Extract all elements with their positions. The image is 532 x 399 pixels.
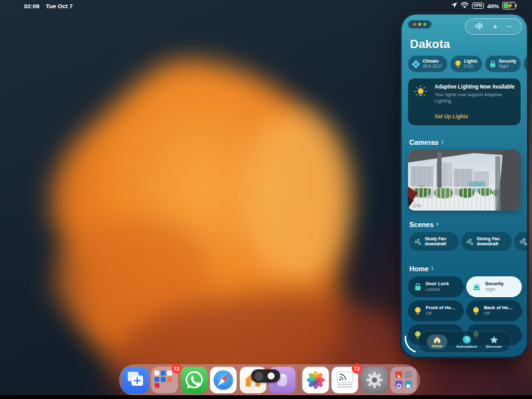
safari-compass-icon (210, 367, 237, 393)
freeform-icon (122, 367, 149, 393)
clock-icon (462, 335, 471, 344)
lock-icon (489, 60, 497, 68)
pill-value: 3 On (464, 64, 478, 68)
scene-name: Dining Fan downdraft (477, 236, 507, 247)
folder-utilities[interactable] (390, 367, 417, 393)
more-options-icon[interactable]: ••• (507, 25, 512, 28)
lightbulb-icon (472, 307, 480, 315)
tile-state: Off (426, 311, 455, 316)
battery-percent: 40% (487, 3, 499, 9)
minimize-window-icon[interactable] (418, 23, 421, 26)
lightbulb-icon (454, 60, 462, 68)
dock-divider (299, 369, 300, 391)
accessory-tile-front-lights[interactable]: Front of Ho… Off (408, 300, 464, 321)
lightbulb-icon (414, 307, 422, 315)
close-window-icon[interactable] (413, 23, 416, 26)
app-safari[interactable] (210, 367, 237, 393)
scenes-label: Scenes (409, 221, 434, 228)
home-label: Home (409, 265, 429, 273)
climate-status-pill[interactable]: Climate 26.5–32.0° (408, 56, 447, 72)
location-icon (451, 2, 457, 9)
scenes-section-header[interactable]: Scenes › (409, 221, 439, 228)
chevron-right-icon: › (431, 266, 434, 272)
ipad-screen: 02:09 Tue Oct 7 VPN 40% ⚡ (0, 0, 532, 399)
wind-icon (519, 238, 527, 245)
adaptive-lighting-banner[interactable]: Adaptive Lighting Now Available Your lig… (408, 78, 521, 125)
tile-name: Door Lock (426, 281, 449, 287)
folder-social-apps[interactable]: 72 (151, 367, 178, 393)
pill-value: 26.5–32.0° (423, 64, 443, 68)
status-left: 02:09 Tue Oct 7 (24, 3, 73, 9)
app-freeform[interactable] (122, 367, 149, 393)
cameras-label: Cameras (409, 138, 438, 146)
home-toolbar: + ••• (465, 18, 522, 35)
window-controls[interactable] (408, 20, 431, 28)
house-icon (433, 336, 441, 343)
climate-fan-icon (412, 60, 420, 68)
set-up-lights-button[interactable]: Set Up Lights (435, 114, 468, 120)
bottom-bezel (0, 395, 532, 399)
tab-discover[interactable]: Discover (486, 336, 502, 348)
scenes-row: Study Fan downdraft Dining Fan downdraft (402, 232, 527, 252)
app-whatsapp[interactable] (181, 367, 207, 393)
tile-name: Back of Ho… (484, 305, 513, 311)
tab-label: Home (432, 344, 443, 348)
pointer-indicator (251, 369, 280, 383)
cameras-section-header[interactable]: Cameras › (409, 138, 443, 146)
home-name-title: Dakota (410, 37, 450, 51)
pointer-dot-dark (254, 372, 263, 381)
banner-title: Adaptive Lighting Now Available (435, 84, 516, 90)
iphone-mirror-window: + ••• Dakota Climate 26.5–32.0° Lights (400, 13, 529, 359)
charging-bolt-icon: ⚡ (507, 3, 514, 9)
tile-state: Locked (426, 287, 449, 292)
notification-badge: 72 (171, 364, 182, 374)
battery-icon: ⚡ (502, 2, 516, 9)
star-icon (490, 336, 498, 344)
photos-flower-icon (302, 367, 329, 393)
siren-icon (472, 283, 481, 291)
lights-status-pill[interactable]: Lights 3 On (450, 56, 482, 72)
tile-state: Night (485, 287, 504, 292)
pointer-dot-white (268, 372, 275, 379)
intercom-waveform-icon[interactable] (475, 21, 483, 32)
scene-study-fan[interactable]: Study Fan downdraft (409, 232, 459, 251)
banner-body: Your lights now support Adaptive Lightin… (435, 92, 510, 104)
scene-name: Study Fan downdraft (424, 236, 454, 247)
home-tab-bar: Home Automation Discover (418, 331, 511, 353)
camera-snapshot[interactable]: 17h (408, 150, 521, 211)
chevron-right-icon: › (441, 139, 443, 145)
tile-state: Off (484, 311, 513, 316)
gear-icon (361, 367, 388, 393)
add-accessory-icon[interactable]: + (493, 23, 497, 30)
pill-label: Climate (423, 59, 443, 64)
status-date: Tue Oct 7 (46, 3, 73, 9)
tile-name: Front of Ho… (426, 305, 455, 311)
accessory-tile-security[interactable]: Security Night (466, 276, 522, 297)
folder-mini-icons (390, 367, 417, 393)
accessory-tile-back-lights[interactable]: Back of Ho… Off (466, 300, 522, 321)
camera-age-badge: 17h (412, 202, 421, 207)
app-reader[interactable]: 72 (331, 367, 358, 393)
notification-badge: 72 (352, 364, 362, 374)
pill-value: Night (499, 64, 517, 68)
accessory-tile-door-lock[interactable]: Door Lock Locked (408, 276, 464, 297)
zoom-window-icon[interactable] (423, 23, 426, 26)
app-settings[interactable] (361, 367, 388, 393)
status-right: VPN 40% ⚡ (451, 2, 516, 9)
vpn-badge: VPN (472, 3, 484, 9)
camera-image (408, 150, 521, 211)
scene-dining-fan[interactable]: Dining Fan downdraft (461, 232, 512, 251)
lock-icon (414, 283, 422, 291)
security-status-pill[interactable]: Security Night (485, 56, 521, 72)
tab-label: Discover (486, 345, 502, 348)
overflow-status-pill[interactable] (524, 56, 527, 72)
app-photos[interactable] (302, 367, 329, 393)
scene-overflow[interactable] (514, 232, 527, 251)
tab-automation[interactable]: Automation (456, 335, 477, 348)
home-section-header[interactable]: Home › (409, 265, 434, 273)
tile-name: Security (485, 281, 504, 287)
tab-home[interactable]: Home (427, 335, 448, 349)
status-time: 02:09 (24, 3, 39, 9)
wind-icon (414, 238, 421, 245)
tab-label: Automation (456, 345, 477, 348)
